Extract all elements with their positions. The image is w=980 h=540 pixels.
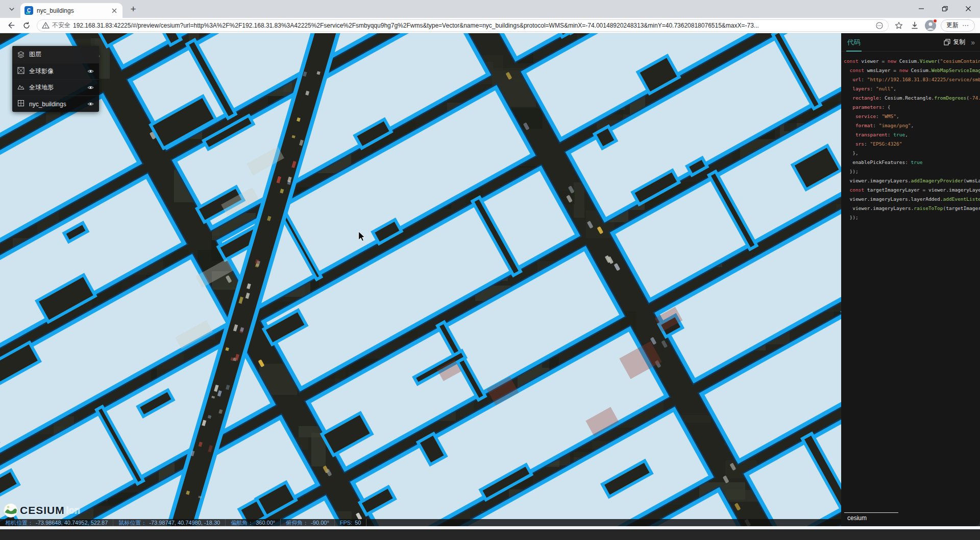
notification-dot: [933, 19, 937, 23]
cesium-ion-text: ion: [66, 505, 80, 516]
refresh-icon: [22, 21, 31, 30]
cesium-ion-logo[interactable]: CESIUM ion: [3, 503, 80, 518]
layer-item[interactable]: 全球影像: [12, 63, 99, 79]
browser-toolbar: 不安全 192.168.31.83:42225/#/preview/cesium…: [0, 18, 980, 33]
browser-window: C nyc_buildings + 不安全: [0, 0, 980, 540]
update-button[interactable]: 更新 ⋯: [941, 19, 975, 32]
download-icon: [911, 21, 919, 30]
map-status-bar: 相机位置：-73.98648, 40.74952, 522.87鼠标位置：-73…: [0, 519, 841, 526]
code-panel: 代码 复制 » const viewer = new Cesium.Viewer…: [841, 33, 980, 526]
window-controls: [910, 0, 980, 17]
close-window-button[interactable]: [957, 0, 980, 17]
map-canvas: [0, 33, 841, 526]
status-label: 俯仰角：: [286, 519, 308, 526]
site-favicon: C: [24, 6, 33, 15]
code-block: const viewer = new Cesium.Viewer("cesium…: [841, 52, 980, 526]
star-icon: [895, 21, 903, 30]
status-segment: 偏航角：360.00°: [226, 519, 281, 526]
update-label: 更新: [946, 21, 959, 30]
layer-item-label: 全球影像: [29, 67, 54, 76]
visibility-toggle[interactable]: [87, 68, 94, 75]
status-value: 50: [355, 519, 361, 526]
back-icon: [7, 21, 15, 30]
profile-button[interactable]: [925, 20, 936, 31]
layer-item-label: nyc_buildings: [29, 101, 66, 108]
copy-label: 复制: [953, 38, 965, 46]
tab-strip: C nyc_buildings +: [0, 0, 980, 18]
page-content: 图层 全球影像全球地形nyc_buildings CESIUM ion 相机位置…: [0, 33, 980, 526]
copy-icon: [944, 39, 950, 45]
restore-icon: [942, 6, 948, 12]
status-segment: 俯仰角：-90.00°: [281, 519, 335, 526]
refresh-button[interactable]: [21, 20, 32, 31]
status-segment: FPS:50: [335, 519, 367, 526]
status-value: -73.98648, 40.74952, 522.87: [36, 519, 108, 526]
status-segment: 鼠标位置：-73.98747, 40.74980, -18.30: [113, 519, 226, 526]
restore-button[interactable]: [933, 0, 957, 17]
status-label: 鼠标位置：: [118, 519, 146, 526]
address-bar[interactable]: 不安全 192.168.31.83:42225/#/preview/cesium…: [37, 19, 889, 32]
tab-title: nyc_buildings: [37, 7, 106, 14]
cesium-map[interactable]: 图层 全球影像全球地形nyc_buildings CESIUM ion 相机位置…: [0, 33, 841, 526]
favorite-button[interactable]: [893, 20, 904, 31]
vector-layer-icon: [17, 100, 24, 108]
terrain-icon: [17, 83, 24, 92]
browser-tab[interactable]: C nyc_buildings: [20, 3, 122, 18]
layer-item[interactable]: nyc_buildings: [12, 96, 99, 112]
status-value: -73.98747, 40.74980, -18.30: [149, 519, 220, 526]
visibility-toggle[interactable]: [87, 101, 94, 107]
minimize-icon: [918, 6, 924, 12]
new-tab-button[interactable]: +: [127, 3, 140, 16]
layer-panel-title: 图层: [29, 50, 41, 59]
chevron-down-icon: [8, 6, 15, 13]
layer-panel-header: 图层: [12, 46, 99, 63]
status-label: FPS:: [340, 519, 352, 526]
close-icon: [112, 8, 117, 13]
cesium-globe-icon: [3, 503, 18, 518]
downloads-button[interactable]: [909, 20, 920, 31]
collapse-panel-icon[interactable]: »: [971, 38, 975, 46]
back-button[interactable]: [5, 20, 16, 31]
minimize-button[interactable]: [910, 0, 933, 17]
tab-close-button[interactable]: [110, 6, 118, 15]
eye-icon: [87, 101, 94, 107]
code-tab[interactable]: 代码: [846, 33, 862, 52]
status-segment: 相机位置：-73.98648, 40.74952, 522.87: [0, 519, 113, 526]
status-label: 相机位置：: [5, 519, 33, 526]
status-value: -90.00°: [311, 519, 329, 526]
imagery-icon: [17, 67, 24, 76]
layer-item-label: 全球地形: [29, 83, 54, 92]
url-text: 192.168.31.83:42225/#/preview/cesium?url…: [73, 22, 873, 29]
layer-panel: 图层 全球影像全球地形nyc_buildings: [12, 46, 99, 112]
bottom-dark-strip: [0, 529, 980, 540]
layers-icon: [17, 51, 24, 58]
close-icon: [965, 6, 971, 12]
visibility-toggle[interactable]: [87, 84, 94, 91]
tab-search-button[interactable]: [4, 3, 19, 16]
bottom-tab-cesium[interactable]: cesium: [844, 512, 898, 525]
warning-icon: [42, 21, 50, 29]
cesium-brand-text: CESIUM: [20, 504, 65, 516]
status-label: 偏航角：: [231, 519, 253, 526]
layer-item[interactable]: 全球地形: [12, 79, 99, 96]
ellipsis-circle-icon[interactable]: [875, 21, 884, 30]
status-value: 360.00°: [256, 519, 275, 526]
menu-more-icon: ⋯: [962, 21, 969, 29]
eye-icon: [87, 84, 94, 91]
eye-icon: [87, 68, 94, 75]
code-panel-header: 代码 复制 »: [841, 33, 980, 52]
mouse-cursor: [358, 231, 365, 244]
copy-button[interactable]: 复制: [944, 38, 965, 46]
security-label: 不安全: [52, 21, 70, 30]
